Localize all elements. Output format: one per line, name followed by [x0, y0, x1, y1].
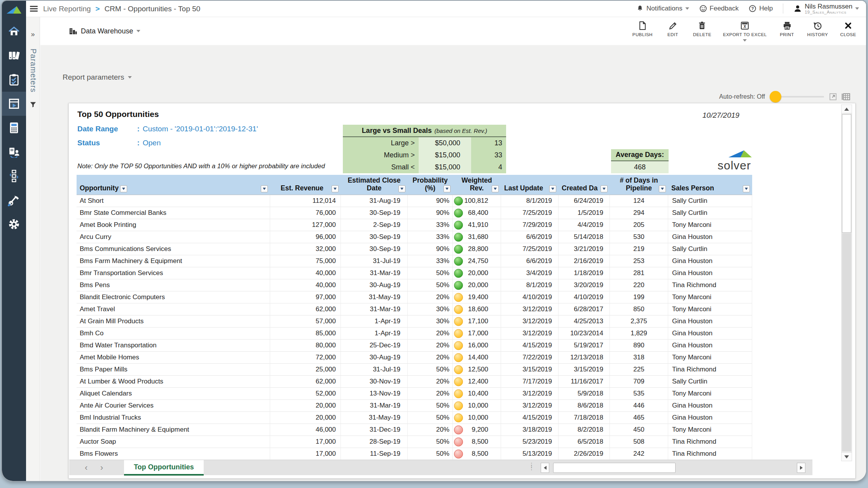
delete-button[interactable]: DELETE — [693, 21, 711, 37]
cell-days-in-pipeline: 124 — [610, 195, 668, 207]
cell-opportunity: Amet Travel — [77, 303, 270, 315]
filter-button[interactable] — [261, 185, 268, 192]
grid-view-icon[interactable] — [841, 92, 851, 101]
table-row[interactable]: Amet Mobile Homes 72,000 30-Aug-19 20% 1… — [77, 352, 752, 364]
print-button[interactable]: PRINT — [779, 21, 796, 37]
cell-close-date: 31-May-19 — [341, 291, 408, 303]
table-row[interactable]: Bml Industrial Trucks 20,000 31-May-19 5… — [77, 412, 752, 424]
hscroll-thumb[interactable] — [553, 463, 676, 473]
table-row[interactable]: Bms Farm Machinery & Equipment 75,000 31… — [77, 255, 752, 267]
sidebar-item-home[interactable] — [2, 19, 26, 44]
sidebar-item-process[interactable] — [2, 164, 26, 188]
sidebar-item-assignments[interactable] — [2, 140, 26, 164]
expand-rail-button[interactable]: » — [26, 30, 40, 38]
table-row[interactable]: Bms Pens 40,000 30-Aug-19 50% 20,000 8/1… — [77, 279, 752, 291]
vscroll-track[interactable] — [842, 233, 851, 451]
breadcrumb-root[interactable]: Live Reporting — [43, 5, 91, 13]
cell-close-date: 13-Nov-19 — [341, 388, 408, 400]
auto-refresh-slider[interactable] — [770, 91, 824, 103]
sidebar-item-live-reporting[interactable] — [2, 92, 26, 116]
table-row[interactable]: Blandit Electronic Computers 97,000 31-M… — [77, 291, 752, 303]
table-row[interactable]: Amet Book Printing 127,000 2-Sep-19 33% … — [77, 219, 752, 231]
opportunities-table: Opportunity Est. Revenue Estimated Close… — [77, 175, 752, 460]
slider-knob[interactable] — [770, 91, 781, 103]
sidebar-item-budgeting[interactable] — [2, 116, 26, 140]
vscroll-down-button[interactable] — [842, 452, 852, 461]
close-button[interactable]: CLOSE — [840, 21, 857, 37]
help-button[interactable]: ? Help — [749, 5, 773, 12]
vertical-scrollbar[interactable] — [841, 105, 852, 461]
traffic-light-icon — [454, 221, 463, 230]
table-row[interactable]: Aliquet Calendars 52,000 13-Nov-19 20% 1… — [77, 388, 752, 400]
expand-view-icon[interactable] — [829, 92, 837, 101]
scrollbar-resize-handle[interactable]: ⋮⋮ — [529, 464, 534, 469]
filter-button[interactable] — [549, 185, 556, 192]
export-to-excel-button[interactable]: X EXPORT TO EXCEL — [723, 21, 767, 42]
table-row[interactable]: Auctor Soap 17,000 28-Sep-19 50% 8,500 5… — [77, 436, 752, 448]
table-row[interactable]: Blandit Farm Machinery & Equipment 46,00… — [77, 424, 752, 436]
table-row[interactable]: Bmr State Commercial Banks 76,000 30-Sep… — [77, 207, 752, 219]
table-row[interactable]: Bms Communications Services 32,000 30-Se… — [77, 243, 752, 255]
cell-opportunity: Bms Flowers — [77, 448, 270, 460]
cell-days-in-pipeline: 281 — [610, 267, 668, 279]
hamburger-menu-icon[interactable] — [30, 5, 38, 13]
table-row[interactable]: Bms Flowers 17,000 11-Sep-19 50% 8,500 5… — [77, 448, 752, 460]
cell-created-date: 7/18/2018 — [559, 412, 610, 424]
vscroll-thumb[interactable] — [842, 114, 851, 233]
feedback-button[interactable]: Feedback — [699, 5, 739, 12]
sidebar-item-tasks[interactable] — [2, 68, 26, 92]
table-row[interactable]: At Short 112,014 31-Aug-19 90% 100,812 8… — [77, 195, 752, 207]
notifications-menu[interactable]: Notifications — [636, 5, 689, 12]
filter-button[interactable] — [659, 185, 666, 192]
sidebar-item-admin-tools[interactable] — [2, 188, 26, 212]
vscroll-up-button[interactable] — [842, 105, 852, 113]
deals-row-large: Large >$50,00013 — [343, 137, 506, 149]
cell-created-date: 2/26/2019 — [559, 448, 610, 460]
filter-button[interactable] — [332, 185, 339, 192]
sidebar-item-settings[interactable] — [2, 212, 26, 236]
filter-button[interactable] — [601, 185, 608, 192]
table-row[interactable]: Arcu Curry 96,000 30-Sep-19 33% 31,680 6… — [77, 231, 752, 243]
table-row[interactable]: Bmd Water Transportation 80,000 25-Dec-1… — [77, 340, 752, 352]
user-avatar-icon — [793, 4, 802, 13]
filter-button[interactable] — [120, 185, 127, 192]
filter-funnel-icon[interactable] — [30, 101, 37, 108]
traffic-light-icon — [454, 437, 463, 446]
data-source-dropdown[interactable]: Data Warehouse — [69, 27, 140, 35]
filter-button[interactable] — [398, 185, 405, 192]
sidebar-item-reports-archive[interactable] — [2, 44, 26, 68]
publish-button[interactable]: PUBLISH — [632, 21, 653, 37]
edit-button[interactable]: EDIT — [664, 21, 681, 37]
cell-est-revenue: 20,000 — [270, 412, 341, 424]
history-button[interactable]: HISTORY — [807, 21, 828, 37]
next-sheet-button[interactable]: › — [100, 460, 103, 476]
cell-est-revenue: 97,000 — [270, 291, 341, 303]
cell-sales-person: Sally Curtlin — [668, 243, 752, 255]
prev-sheet-button[interactable]: ‹ — [85, 460, 87, 476]
user-menu[interactable]: Nils Rasmussen 19_Sales_Analytics — [793, 3, 859, 14]
hscroll-right-button[interactable] — [797, 463, 805, 473]
cell-weighted-rev: 24,750 — [453, 255, 501, 267]
cell-est-revenue: 85,000 — [270, 328, 341, 340]
table-row[interactable]: Bmh Co 85,000 1-Apr-19 20% 17,000 3/12/2… — [77, 328, 752, 340]
history-clock-icon — [813, 21, 822, 30]
parameters-rail: » Parameters — [26, 17, 40, 481]
cell-weighted-rev: 68,400 — [453, 207, 501, 219]
filter-button[interactable] — [444, 185, 451, 192]
table-row[interactable]: At Grain Mill Products 57,000 1-Apr-19 3… — [77, 315, 752, 328]
table-row[interactable]: Ante Air Courier Services 20,000 31-Mar-… — [77, 400, 752, 412]
help-label: Help — [759, 5, 773, 12]
report-parameters-toggle[interactable]: Report parameters — [63, 73, 132, 82]
filter-button[interactable] — [492, 185, 499, 192]
table-row[interactable]: Bms Paper Mills 25,000 31-Jul-19 50% 12,… — [77, 364, 752, 376]
chevron-down-icon — [685, 7, 689, 10]
filter-button[interactable] — [743, 185, 750, 192]
cell-weighted-rev: 14,400 — [453, 352, 501, 364]
publish-document-icon — [638, 21, 647, 30]
table-row[interactable]: Amet Travel 62,000 31-Mar-19 30% 18,600 … — [77, 303, 752, 315]
hscroll-left-button[interactable] — [541, 463, 549, 473]
sheet-tab-top-opportunities[interactable]: Top Opportunities — [124, 460, 204, 476]
traffic-light-icon — [454, 305, 463, 314]
table-row[interactable]: Bmr Transportation Services 40,000 31-Ma… — [77, 267, 752, 279]
table-row[interactable]: At Lumber & Wood Products 62,000 30-Nov-… — [77, 376, 752, 388]
